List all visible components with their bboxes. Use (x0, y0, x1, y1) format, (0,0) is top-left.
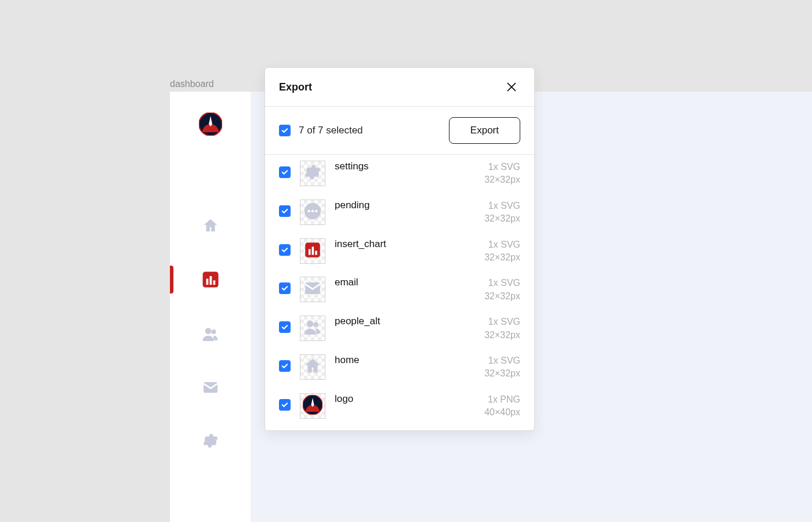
people_alt-icon (303, 317, 322, 339)
asset-checkbox[interactable] (279, 360, 291, 372)
asset-meta: 1x SVG32×32px (484, 200, 520, 226)
sidebar (170, 92, 251, 522)
asset-row: home1x SVG32×32px (279, 354, 520, 380)
asset-checkbox[interactable] (279, 321, 291, 333)
modal-title: Export (279, 81, 312, 93)
asset-checkbox[interactable] (279, 244, 291, 256)
insert_chart-icon (303, 240, 322, 262)
page-label: dashboard (170, 79, 214, 89)
close-icon (505, 81, 518, 93)
select-all-checkbox[interactable] (279, 125, 291, 136)
email-icon (303, 278, 322, 300)
email-icon (201, 378, 220, 397)
close-button[interactable] (503, 78, 520, 96)
export-modal: Export 7 of 7 selected Export settings1x… (264, 67, 535, 431)
asset-row: logo1x PNG40×40px (279, 393, 520, 419)
asset-name: insert_chart (335, 238, 475, 250)
asset-dimensions: 32×32px (484, 290, 520, 303)
asset-format: 1x SVG (484, 277, 520, 289)
asset-checkbox[interactable] (279, 399, 291, 411)
asset-name: settings (335, 161, 475, 172)
asset-thumbnail (300, 354, 325, 380)
modal-header: Export (265, 68, 534, 107)
asset-dimensions: 40×40px (484, 406, 520, 419)
asset-format: 1x SVG (484, 354, 520, 367)
asset-row: people_alt1x SVG32×32px (279, 316, 520, 342)
asset-thumbnail (300, 200, 325, 225)
export-button[interactable]: Export (449, 117, 520, 144)
sidebar-item-insert-chart[interactable] (170, 269, 251, 290)
sidebar-item-home[interactable] (170, 217, 251, 234)
asset-format: 1x PNG (484, 393, 520, 406)
asset-meta: 1x SVG32×32px (484, 316, 520, 342)
asset-thumbnail (300, 393, 325, 419)
logo[interactable] (199, 113, 222, 136)
asset-format: 1x SVG (484, 316, 520, 328)
asset-row: settings1x SVG32×32px (279, 161, 520, 187)
asset-thumbnail (300, 238, 325, 264)
asset-name: email (335, 277, 475, 288)
selection-count: 7 of 7 selected (299, 125, 363, 136)
sidebar-item-settings[interactable] (170, 432, 251, 450)
people-icon (201, 325, 220, 343)
asset-meta: 1x PNG40×40px (484, 393, 520, 419)
sidebar-item-email[interactable] (170, 378, 251, 397)
asset-checkbox[interactable] (279, 166, 291, 178)
asset-name: people_alt (335, 316, 475, 327)
settings-icon (303, 162, 322, 184)
settings-icon (201, 432, 220, 450)
asset-name: home (335, 354, 475, 366)
asset-thumbnail (300, 316, 325, 341)
asset-dimensions: 32×32px (484, 173, 520, 186)
asset-list: settings1x SVG32×32pxpending1x SVG32×32p… (265, 155, 534, 430)
home-icon (303, 356, 322, 378)
asset-dimensions: 32×32px (484, 329, 520, 342)
asset-format: 1x SVG (484, 161, 520, 173)
asset-thumbnail (300, 277, 325, 302)
asset-row: pending1x SVG32×32px (279, 200, 520, 226)
asset-format: 1x SVG (484, 238, 520, 251)
asset-meta: 1x SVG32×32px (484, 277, 520, 303)
asset-thumbnail (300, 161, 325, 186)
asset-checkbox[interactable] (279, 205, 291, 217)
logo-icon (303, 395, 322, 417)
asset-meta: 1x SVG32×32px (484, 161, 520, 187)
asset-format: 1x SVG (484, 200, 520, 212)
asset-dimensions: 32×32px (484, 212, 520, 225)
asset-meta: 1x SVG32×32px (484, 238, 520, 264)
asset-dimensions: 32×32px (484, 251, 520, 264)
asset-row: email1x SVG32×32px (279, 277, 520, 303)
home-icon (202, 217, 219, 234)
sidebar-item-people-alt[interactable] (170, 325, 251, 343)
asset-row: insert_chart1x SVG32×32px (279, 238, 520, 264)
asset-name: pending (335, 200, 475, 211)
asset-checkbox[interactable] (279, 282, 291, 294)
asset-name: logo (335, 393, 475, 405)
chart-icon (200, 269, 221, 290)
pending-icon (303, 201, 322, 223)
asset-dimensions: 32×32px (484, 367, 520, 380)
asset-meta: 1x SVG32×32px (484, 354, 520, 380)
modal-toolbar: 7 of 7 selected Export (265, 107, 534, 155)
